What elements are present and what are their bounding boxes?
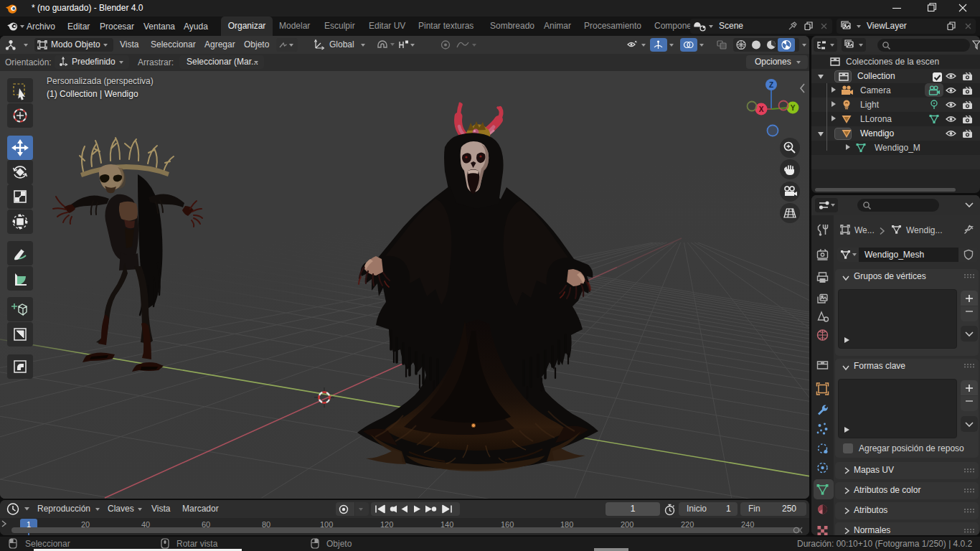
svg-text:Z: Z <box>769 81 773 89</box>
svg-text:X: X <box>759 105 764 113</box>
svg-text:Y: Y <box>791 104 796 112</box>
